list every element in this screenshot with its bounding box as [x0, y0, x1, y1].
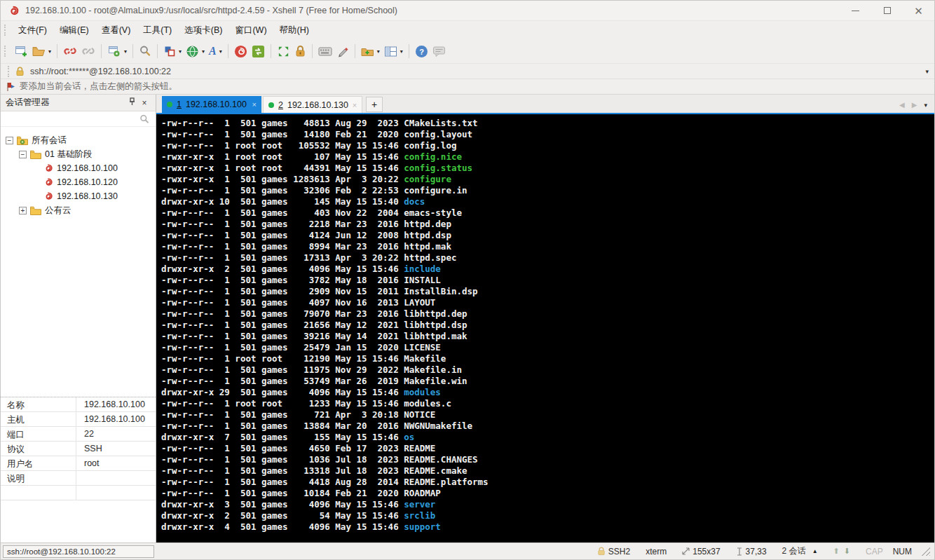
folder-icon	[30, 206, 41, 215]
session-tab-192.168.10.130[interactable]: 2192.168.10.130×	[263, 96, 362, 113]
toolbar-grip[interactable]	[4, 46, 7, 57]
menubar-grip[interactable]	[4, 25, 7, 36]
file-name: libhttpd.dep	[404, 308, 467, 319]
tree-node-所有会话[interactable]: −所有会话	[1, 133, 156, 147]
tree-node-192.168.10.130[interactable]: 192.168.10.130	[1, 189, 156, 203]
menu-item-1[interactable]: 编辑(E)	[53, 22, 95, 39]
tree-expander-icon[interactable]: +	[19, 207, 27, 214]
disconnect-icon[interactable]	[61, 42, 79, 60]
minimize-button[interactable]	[840, 1, 871, 20]
tree-node-01-基础阶段[interactable]: −01 基础阶段	[1, 147, 156, 161]
search-icon[interactable]	[139, 114, 149, 124]
terminal-pane: 1192.168.10.100×2192.168.10.130× + ◀ ▶ ▾…	[156, 95, 934, 542]
file-name: docs	[404, 196, 425, 207]
terminal-line: drwxr-xr-x 29 501 games 4096 May 15 15:4…	[161, 387, 934, 398]
resize-grip[interactable]	[922, 547, 930, 556]
folder-icon	[17, 136, 28, 145]
reconnect-icon[interactable]	[79, 42, 97, 60]
open-session-icon[interactable]	[30, 42, 48, 60]
help-icon[interactable]: ?	[413, 42, 430, 60]
session-properties-dropdown[interactable]: ▾	[123, 48, 129, 55]
terminal-line: -rw-r--r-- 1 root root 12190 May 15 15:4…	[161, 353, 934, 364]
status-connection: ssh://root@192.168.10.100:22	[3, 545, 154, 558]
tab-close-icon[interactable]: ×	[252, 100, 257, 109]
menu-item-3[interactable]: 工具(T)	[137, 22, 178, 39]
encoding-globe-icon[interactable]	[184, 42, 201, 60]
encoding-dropdown[interactable]: ▾	[201, 48, 207, 55]
terminal-line: -rw-r--r-- 1 501 games 79070 Mar 23 2016…	[161, 308, 934, 320]
address-dropdown[interactable]: ▾	[925, 68, 929, 75]
toolbar-separator	[132, 44, 133, 58]
menu-item-5[interactable]: 窗口(W)	[228, 22, 273, 39]
menu-item-4[interactable]: 选项卡(B)	[178, 22, 228, 39]
font-dropdown[interactable]: ▾	[219, 48, 224, 55]
new-session-shortcut-dropdown[interactable]: ▾	[376, 48, 382, 55]
property-row-3: 协议SSH	[1, 442, 156, 456]
property-label	[1, 486, 76, 500]
open-session-dropdown[interactable]: ▾	[48, 48, 53, 55]
maximize-button[interactable]	[871, 1, 903, 20]
layout-icon[interactable]	[382, 42, 400, 60]
menu-item-0[interactable]: 文件(F)	[12, 22, 53, 39]
session-tab-192.168.10.100[interactable]: 1192.168.10.100×	[162, 96, 261, 113]
ssl-lock-icon	[15, 67, 25, 76]
compose-icon[interactable]	[334, 42, 351, 60]
new-session-icon[interactable]	[12, 42, 30, 60]
size-icon	[682, 547, 690, 555]
session-manager-panel: 会话管理器 × −所有会话−01 基础阶段192.168.10.100192.1…	[1, 95, 156, 542]
xshell-window: 192.168.10.100 - root@AlmaLinux9:/usr/lo…	[0, 0, 935, 560]
address-url[interactable]: ssh://root:******@192.168.10.100:22	[30, 67, 925, 76]
panel-close-icon[interactable]: ×	[138, 98, 151, 108]
terminal-line: drwxr-xr-x 3 501 games 4096 May 15 15:46…	[161, 499, 934, 510]
tree-node-192.168.10.100[interactable]: 192.168.10.100	[1, 161, 156, 175]
tree-node-公有云[interactable]: +公有云	[1, 203, 156, 217]
file-name: README	[404, 443, 435, 453]
session-properties-icon[interactable]	[105, 42, 123, 60]
tab-scroll-right-icon[interactable]: ▶	[912, 101, 917, 109]
terminal-line: -rw-r--r-- 1 501 games 2909 Nov 15 2011 …	[161, 286, 934, 297]
lock-screen-icon[interactable]	[292, 42, 308, 60]
layout-dropdown[interactable]: ▾	[400, 48, 405, 55]
status-terminal-type[interactable]: xterm	[646, 547, 667, 556]
tab-close-icon[interactable]: ×	[353, 101, 357, 109]
xftp-icon[interactable]	[250, 42, 267, 60]
virtual-keyboard-icon[interactable]	[316, 42, 334, 60]
new-tab-button[interactable]: +	[366, 97, 383, 112]
font-icon[interactable]: A	[207, 42, 219, 60]
color-scheme-icon[interactable]	[161, 42, 178, 60]
tree-node-192.168.10.120[interactable]: 192.168.10.120	[1, 175, 156, 189]
terminal-line: -rw-r--r-- 1 501 games 4650 Feb 17 2023 …	[161, 443, 934, 454]
addressbar-grip[interactable]	[8, 66, 11, 77]
window-title: 192.168.10.100 - root@AlmaLinux9:/usr/lo…	[25, 6, 840, 15]
toolbar: ▾ ▾ ▾ ▾ A ▾	[1, 39, 934, 63]
color-scheme-dropdown[interactable]: ▾	[178, 48, 184, 55]
file-name: README.cmake	[404, 465, 467, 476]
terminal-line: -rw-r--r-- 1 501 games 53749 Mar 26 2019…	[161, 376, 934, 387]
tree-expander-icon[interactable]: −	[6, 137, 13, 144]
tab-scroll-left-icon[interactable]: ◀	[899, 101, 905, 109]
pin-icon[interactable]	[125, 97, 138, 108]
terminal-line: -rw-r--r-- 1 501 games 25479 Jan 15 2020…	[161, 342, 934, 353]
new-session-shortcut-icon[interactable]	[359, 42, 376, 60]
terminal-line: drwxr-xr-x 2 501 games 4096 May 15 15:46…	[161, 264, 934, 275]
status-sessions[interactable]: 2 会话 ▲	[782, 545, 818, 557]
file-name: InstallBin.dsp	[404, 286, 477, 296]
tree-node-label: 01 基础阶段	[45, 149, 92, 161]
session-next-icon[interactable]: ⬇	[844, 547, 850, 556]
tree-expander-icon[interactable]: −	[19, 151, 27, 158]
feedback-icon[interactable]	[430, 42, 448, 60]
tab-list-dropdown-icon[interactable]: ▾	[924, 102, 927, 109]
find-icon[interactable]	[137, 42, 153, 60]
fullscreen-icon[interactable]	[275, 42, 292, 60]
file-name: server	[404, 499, 435, 510]
menu-item-6[interactable]: 帮助(H)	[273, 22, 315, 39]
session-prev-icon[interactable]: ⬆	[833, 547, 840, 556]
hint-flag-icon	[6, 82, 15, 91]
xshell-icon[interactable]	[232, 42, 250, 60]
sessions-dropdown-icon: ▲	[812, 548, 818, 554]
close-button[interactable]: ✕	[903, 1, 934, 20]
menu-item-2[interactable]: 查看(V)	[95, 22, 137, 39]
terminal-line: -rw-r--r-- 1 501 games 3782 May 18 2016 …	[161, 275, 934, 286]
property-value: root	[76, 456, 156, 470]
terminal-screen[interactable]: -rw-r--r-- 1 501 games 48813 Aug 29 2023…	[156, 114, 934, 542]
